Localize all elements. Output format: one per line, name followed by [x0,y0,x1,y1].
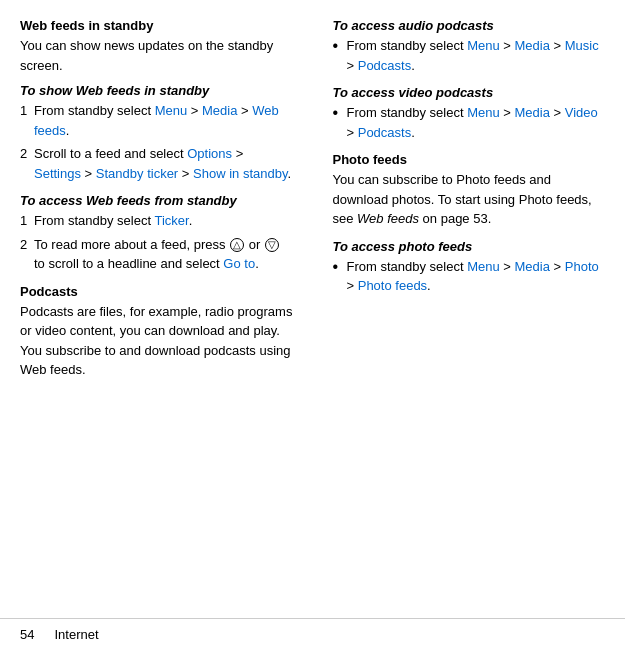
audio-podcasts-title: To access audio podcasts [333,18,606,33]
photo-feeds-text: From standby select Menu > Media > Photo… [347,257,606,296]
show-web-feeds-title: To show Web feeds in standby [20,83,293,98]
footer: 54 Internet [0,618,625,650]
web-feeds-body: You can show news updates on the standby… [20,36,293,75]
section-label: Internet [54,627,98,642]
page-number: 54 [20,627,34,642]
left-column: Web feeds in standby You can show news u… [20,18,303,608]
step-2-show: 2 Scroll to a feed and select Options > … [20,144,293,183]
podcasts-title: Podcasts [20,284,293,299]
options-link: Options [187,146,232,161]
step-2-access: 2 To read more about a feed, press △ or … [20,235,293,274]
step-number-1b: 1 [20,211,34,231]
video-podcast-text: From standby select Menu > Media > Video… [347,103,606,142]
step-2-text: Scroll to a feed and select Options > Se… [34,144,293,183]
video-link: Video [565,105,598,120]
media-link-audio: Media [515,38,550,53]
audio-podcast-bullet: • From standby select Menu > Media > Mus… [333,36,606,75]
step-number-2: 2 [20,144,34,183]
video-podcast-bullet: • From standby select Menu > Media > Vid… [333,103,606,142]
go-to-link: Go to [223,256,255,271]
down-icon: ▽ [265,238,279,252]
show-in-standby-link: Show in standby [193,166,287,181]
bullet-dot-3: • [333,257,347,296]
video-podcasts-title: To access video podcasts [333,85,606,100]
step-number-1: 1 [20,101,34,140]
bullet-dot-1: • [333,36,347,75]
photo-feeds-body: You can subscribe to Photo feeds and dow… [333,170,606,229]
photo-link: Photo [565,259,599,274]
step-1-show: 1 From standby select Menu > Media > Web… [20,101,293,140]
right-column: To access audio podcasts • From standby … [323,18,606,608]
media-link-photo: Media [515,259,550,274]
bullet-dot-2: • [333,103,347,142]
photo-feeds-title: Photo feeds [333,152,606,167]
podcasts-link-video: Podcasts [358,125,411,140]
page-container: Web feeds in standby You can show news u… [0,0,625,650]
music-link: Music [565,38,599,53]
up-icon: △ [230,238,244,252]
menu-link-audio: Menu [467,38,500,53]
web-feeds-italic: Web feeds [357,211,419,226]
content-area: Web feeds in standby You can show news u… [0,0,625,618]
step-number-2b: 2 [20,235,34,274]
audio-podcast-text: From standby select Menu > Media > Music… [347,36,606,75]
podcasts-body: Podcasts are files, for example, radio p… [20,302,293,380]
menu-link-video: Menu [467,105,500,120]
step-1-text: From standby select Menu > Media > Web f… [34,101,293,140]
access-photo-feeds-title: To access photo feeds [333,239,606,254]
ticker-link: Ticker [154,213,188,228]
media-link-1: Media [202,103,237,118]
section-web-feeds-title: Web feeds in standby [20,18,293,33]
photo-feeds-link: Photo feeds [358,278,427,293]
menu-link-photo: Menu [467,259,500,274]
access-web-feeds-title: To access Web feeds from standby [20,193,293,208]
settings-link: Settings [34,166,81,181]
menu-link-1: Menu [155,103,188,118]
media-link-video: Media [515,105,550,120]
podcasts-link-audio: Podcasts [358,58,411,73]
standby-ticker-link: Standby ticker [96,166,178,181]
step-1-access: 1 From standby select Ticker. [20,211,293,231]
photo-feeds-bullet: • From standby select Menu > Media > Pho… [333,257,606,296]
step-2b-text: To read more about a feed, press △ or ▽ … [34,235,293,274]
step-1b-text: From standby select Ticker. [34,211,293,231]
